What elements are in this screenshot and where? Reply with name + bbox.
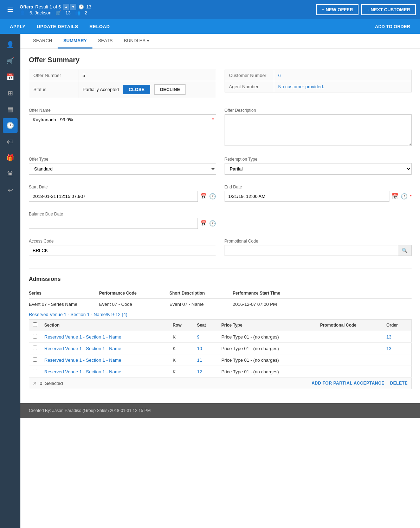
seat-price-type-2: Price Type 01 - (no charges) — [218, 354, 317, 366]
sidebar-icon-building[interactable]: 🏛 — [3, 167, 18, 181]
seat-seat-2[interactable]: 11 — [193, 354, 218, 366]
offer-number-value: 5 — [78, 70, 216, 81]
reserved-venue-link[interactable]: Reserved Venue 1 - Section 1 - Name/K 9-… — [29, 312, 412, 317]
seat-price-type-0: Price Type 01 - (no charges) — [218, 331, 317, 343]
customer-number-value[interactable]: 6 — [274, 70, 412, 81]
promotional-code-search-button[interactable]: 🔍 — [398, 245, 411, 256]
customer-number-label: Customer Number — [225, 70, 274, 81]
seat-order-2 — [383, 354, 411, 366]
admissions-series-value: Event 07 - Series Name — [29, 302, 99, 307]
sidebar-icon-cart[interactable]: 🛒 — [3, 53, 18, 68]
seat-row-1: K — [169, 343, 193, 354]
close-button[interactable]: CLOSE — [123, 85, 150, 94]
sidebar-icon-person[interactable]: 👤 — [3, 37, 18, 52]
offer-description-input[interactable] — [225, 114, 412, 146]
hamburger-icon[interactable]: ☰ — [4, 2, 16, 17]
redemption-type-select[interactable]: Partial Full None — [225, 163, 412, 175]
result-prev-btn[interactable]: ▲ — [63, 4, 69, 10]
redemption-type-label: Redemption Type — [225, 157, 412, 162]
seat-order-0[interactable]: 13 — [383, 331, 411, 343]
end-date-time-icon[interactable]: 🕐 — [401, 193, 408, 200]
add-to-order-button[interactable]: ADD TO ORDER — [369, 24, 416, 29]
reload-button[interactable]: RELOAD — [84, 19, 115, 34]
cart-icon-top: 🛒 — [56, 10, 61, 15]
tab-seats[interactable]: SEATS — [92, 34, 118, 49]
seat-seat-3[interactable]: 12 — [193, 366, 218, 378]
end-date-required: * — [410, 194, 412, 199]
sidebar-icon-exit[interactable]: ↩ — [3, 183, 18, 198]
row-checkbox-3[interactable] — [33, 369, 37, 373]
start-date-input[interactable] — [29, 191, 198, 202]
decline-button[interactable]: DECLINE — [154, 84, 186, 95]
offer-name-input[interactable] — [29, 114, 216, 125]
seat-row-3: K — [169, 366, 193, 378]
offer-type-select[interactable]: Standard Partial Full — [29, 163, 216, 175]
select-all-checkbox[interactable] — [33, 322, 37, 327]
sidebar-icon-store[interactable]: ▦ — [3, 102, 18, 117]
promotional-code-input[interactable] — [225, 245, 398, 256]
clear-selection-button[interactable]: ✕ — [33, 380, 37, 386]
footer-text: Created By: Jason.Paradiso (Group Sales)… — [29, 408, 151, 413]
seat-section-2[interactable]: Reserved Venue 1 - Section 1 - Name — [41, 354, 169, 366]
timer-value: 13 — [86, 4, 91, 9]
promotional-code-label: Promotional Code — [225, 239, 412, 244]
seat-seat-0[interactable]: 9 — [193, 331, 218, 343]
end-date-input[interactable] — [225, 191, 389, 202]
offers-label: Offers — [20, 4, 33, 9]
status-value: Partially Accepted — [83, 87, 119, 92]
seats-table: Section Row Seat Price Type Promotional … — [29, 319, 412, 378]
balance-due-time-icon[interactable]: 🕐 — [209, 220, 216, 227]
seat-price-type-1: Price Type 01 - (no charges) — [218, 343, 317, 354]
update-details-button[interactable]: UPDATE DETAILS — [31, 19, 84, 34]
start-date-calendar-icon[interactable]: 📅 — [200, 193, 207, 200]
customer-icon: 👤 — [20, 10, 25, 15]
start-date-time-icon[interactable]: 🕐 — [209, 193, 216, 200]
col-seat: Seat — [193, 320, 218, 331]
apply-button[interactable]: APPLY — [4, 19, 31, 34]
start-date-label: Start Date — [29, 185, 216, 189]
sidebar-icon-calendar[interactable]: 📅 — [3, 70, 18, 84]
seat-order-1[interactable]: 13 — [383, 343, 411, 354]
customer-id: 6, Jackson — [30, 10, 51, 15]
tab-bundles[interactable]: BUNDLES ▾ — [118, 34, 155, 49]
group-count: 2 — [85, 10, 87, 15]
tab-bar: SEARCH SUMMARY SEATS BUNDLES ▾ — [20, 34, 420, 49]
clock-icon: 🕐 — [78, 4, 84, 9]
sidebar-icon-tag[interactable]: 🏷 — [3, 134, 18, 149]
agent-number-value: No customer provided. — [274, 81, 412, 92]
row-checkbox-1[interactable] — [33, 346, 37, 350]
page-title: Offer Summary — [29, 56, 412, 64]
next-customer-button[interactable]: ↓ NEXT CUSTOMER — [361, 4, 416, 15]
seat-section-1[interactable]: Reserved Venue 1 - Section 1 - Name — [41, 343, 169, 354]
col-promotional-code: Promotional Code — [317, 320, 383, 331]
sidebar-icon-grid[interactable]: ⊞ — [3, 86, 18, 101]
end-date-calendar-icon[interactable]: 📅 — [392, 193, 399, 200]
col-price-type: Price Type — [218, 320, 317, 331]
sidebar-icon-gift[interactable]: 🎁 — [3, 150, 18, 165]
seat-section-0[interactable]: Reserved Venue 1 - Section 1 - Name — [41, 331, 169, 343]
agent-number-label: Agent Number — [225, 81, 274, 92]
result-next-btn[interactable]: ▼ — [70, 4, 76, 10]
tab-search[interactable]: SEARCH — [27, 34, 58, 49]
row-checkbox-2[interactable] — [33, 357, 37, 362]
tab-summary[interactable]: SUMMARY — [58, 34, 92, 49]
access-code-input[interactable] — [29, 245, 216, 256]
sidebar-icon-clock[interactable]: 🕐 — [3, 118, 18, 133]
seat-promo-code-3 — [317, 366, 383, 378]
offer-name-required: * — [212, 117, 214, 122]
balance-due-date-input[interactable] — [29, 218, 198, 229]
balance-due-date-label: Balance Due Date — [29, 212, 216, 217]
delete-button[interactable]: DELETE — [390, 381, 408, 386]
row-checkbox-0[interactable] — [33, 334, 37, 339]
bundles-chevron-icon: ▾ — [147, 38, 149, 43]
seat-row-0: K — [169, 331, 193, 343]
add-partial-acceptance-button[interactable]: ADD FOR PARTIAL ACCEPTANCE — [311, 381, 384, 386]
balance-due-calendar-icon[interactable]: 📅 — [200, 220, 207, 227]
offer-name-label: Offer Name — [29, 108, 216, 113]
new-offer-button[interactable]: + NEW OFFER — [316, 4, 358, 15]
selected-label: Selected — [45, 381, 63, 386]
seat-seat-1[interactable]: 10 — [193, 343, 218, 354]
admissions-header-short-description: Short Description — [169, 291, 233, 296]
seat-section-3[interactable]: Reserved Venue 1 - Section 1 - Name — [41, 366, 169, 378]
seat-row-2: K — [169, 354, 193, 366]
